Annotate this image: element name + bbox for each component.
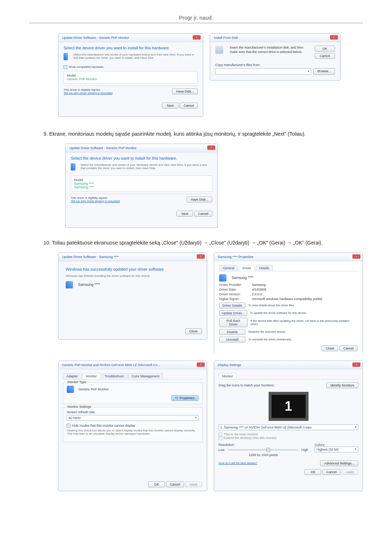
tab-details[interactable]: Details [256,265,273,271]
copy-path-input[interactable]: ▾ [215,68,311,75]
apply-button[interactable]: Apply [185,481,202,487]
close-icon[interactable]: × [352,254,360,259]
desc: To view details about the driver files. [248,304,295,307]
uninstall-button[interactable]: Uninstall [219,337,245,342]
group-monitor-type: Monitor Type [66,380,88,384]
close-icon[interactable]: × [197,362,205,367]
label: Driver Date: [219,288,252,291]
main-monitor-checkbox: ✓ [219,432,222,436]
page-header: Progr įr. naud. [29,15,363,23]
wizard-heading: Select the device driver you want to ins… [71,156,212,160]
identify-button[interactable]: Identify Monitors [326,382,358,388]
wizard-subtext: Select the manufacturer and model of you… [73,53,198,59]
chevron-down-icon[interactable]: ▾ [308,70,309,73]
cancel-button[interactable]: Cancel [194,211,212,217]
colors-select[interactable]: Highest (32 bit)▾ [315,447,358,452]
update-driver-button[interactable]: Update Driver... [219,310,247,316]
best-display-link[interactable]: How do I get the best display? [219,461,257,465]
close-icon[interactable]: × [352,362,360,367]
next-button[interactable]: Next [162,103,179,108]
update-driver-wizard-2: × Update Driver Software - Generic PnP M… [65,144,218,228]
tab-monitor[interactable]: Monitor [219,373,237,379]
close-icon[interactable]: × [197,254,205,259]
wizard-subtext: Select the manufacturer and model of you… [81,163,212,170]
monitor-combo[interactable]: 1. Samsung **** on NVIDIA GeForce 6600 L… [219,424,358,430]
high-label: High [301,448,308,452]
browse-button[interactable]: Browse... [313,68,335,75]
cancel-button[interactable]: Cancel [339,345,358,351]
signing-link[interactable]: Tell me why driver signing is important [71,200,120,203]
tab-monitor[interactable]: Monitor [82,373,101,379]
cancel-button[interactable]: Cancel [315,53,335,59]
chevron-down-icon: ▾ [195,416,197,420]
extend-label: Extend the desktop onto this monitor [224,436,277,440]
ok-button[interactable]: OK [315,46,335,52]
cancel-button[interactable]: Cancel [166,481,184,487]
signed-text: This driver is digitally signed. [71,196,120,200]
close-button[interactable]: Close [322,345,338,351]
list-item[interactable]: Generic PnP Monitor [67,77,195,81]
resolution-slider[interactable] [228,449,299,451]
close-icon[interactable]: × [330,35,338,40]
device-name: Samsung **** [232,276,254,280]
value: microsoft windows hardware compatibility… [252,297,322,301]
ok-button[interactable]: OK [305,469,321,475]
monitor-icon [67,386,74,393]
hide-modes-checkbox[interactable]: ✓ [67,424,70,427]
advanced-button[interactable]: Advanced Settings... [320,460,358,466]
ok-button[interactable]: OK [148,481,165,487]
compat-checkbox[interactable]: ✓ [64,65,67,69]
driver-icon [71,163,75,171]
resolution-value: 1280 by 1024 pixels [219,453,308,457]
close-icon[interactable]: × [207,145,215,150]
window-title: Update Driver Software - Samsung **** [58,253,207,261]
tab-color-management[interactable]: Color Management [128,373,163,379]
cancel-button[interactable]: Cancel [180,103,198,108]
step-10-text: 10. Toliau pateiktuose ekranuose spragte… [44,239,363,247]
cancel-button[interactable]: Cancel [322,469,340,475]
resolution-label: Resolution: [219,443,308,447]
label: Driver Provider: [219,283,252,287]
model-list[interactable]: Model Samsung **** Samsung **** [71,176,212,192]
monitor-properties-dialog: × Samsung **** Properties General Driver… [214,253,363,354]
label: Properties [180,396,195,400]
update-driver-wizard-1: × Update Driver Software - Generic PnP M… [58,33,203,117]
list-item[interactable]: Samsung **** [74,185,209,189]
low-label: Low [219,448,225,452]
device-name: Samsung **** [78,283,100,287]
value: 4/14/2005 [252,288,266,291]
tab-adapter[interactable]: Adapter [63,373,82,379]
desc: To update the driver software for this d… [250,311,307,315]
close-button[interactable]: Close [185,328,202,334]
next-button[interactable]: Next [176,211,193,217]
desc: To uninstall the driver (Advanced). [248,338,292,341]
disable-button[interactable]: Disable [219,329,245,335]
value: 1. Samsung **** on NVIDIA GeForce 6600 L… [220,426,312,429]
desc: If the device fails after updating the d… [250,319,358,326]
extend-checkbox: ✓ [219,436,222,440]
have-disk-button[interactable]: Have Disk... [187,197,212,202]
have-disk-button[interactable]: Have Disk... [172,89,198,94]
rollback-button[interactable]: Roll Back Driver [219,318,248,327]
list-item[interactable]: Samsung **** [74,182,209,185]
signing-link[interactable]: Tell me why driver signing is important [64,91,113,95]
device-name: Generic PnP Monitor [78,387,109,391]
hide-note: Clearing this check box allows you to se… [67,429,199,435]
tab-driver[interactable]: Driver [239,265,255,271]
model-list[interactable]: Model Generic PnP Monitor [64,71,198,83]
gpu-monitor-dialog: × Generic PnP Monitor and NVIDIA GeForce… [58,361,207,491]
driver-details-button[interactable]: Driver Details [219,303,245,308]
window-title: Generic PnP Monitor and NVIDIA GeForce 6… [58,361,207,369]
close-icon[interactable]: × [193,35,201,40]
apply-button[interactable]: Apply [342,469,358,475]
group-monitor-settings: Monitor Settings [66,405,93,409]
monitor-preview[interactable]: 1 [269,392,309,421]
value: 2.0.0.0 [252,292,262,296]
tab-troubleshoot[interactable]: Troubleshoot [101,373,127,379]
refresh-select[interactable]: 60 Hertz▾ [67,415,199,421]
properties-button[interactable]: 🛡 Properties [171,395,199,401]
main-label: This is my main monitor [224,432,258,436]
slider-thumb[interactable] [266,448,270,452]
install-msg: Insert the manufacturer's installation d… [230,46,311,54]
tab-general[interactable]: General [219,265,238,271]
